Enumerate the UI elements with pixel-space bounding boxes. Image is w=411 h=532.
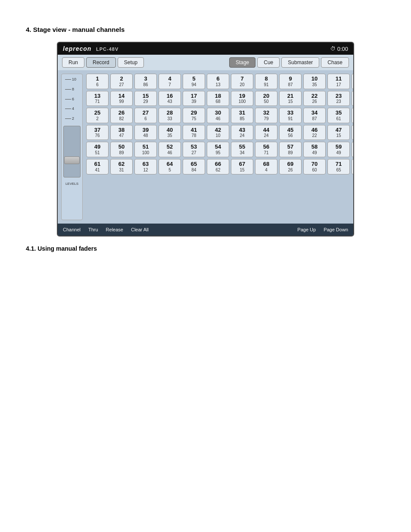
channel-cell-53[interactable]: 5327 [183,142,205,157]
channel-cell-5[interactable]: 594 [183,74,205,89]
channel-cell-14[interactable]: 1499 [110,91,133,106]
channel-cell-31[interactable]: 3185 [231,108,253,123]
channel-cell-60[interactable]: 6040 [352,142,354,157]
channel-cell-44[interactable]: 4424 [255,125,277,140]
channel-cell-18[interactable]: 1868 [207,91,229,106]
channel-number-62: 62 [118,161,125,168]
channel-cell-57[interactable]: 5789 [279,142,302,157]
channel-cell-48[interactable]: 4889 [352,125,354,140]
channel-cell-42[interactable]: 4210 [207,125,229,140]
channel-cell-17[interactable]: 1739 [183,91,205,106]
channel-cell-61[interactable]: 6141 [86,159,109,174]
channel-cell-28[interactable]: 2833 [159,108,181,123]
channel-cell-47[interactable]: 4715 [327,125,350,140]
channel-cell-45[interactable]: 4556 [279,125,302,140]
channel-value-63: 12 [143,168,148,173]
channel-cell-70[interactable]: 7060 [303,159,326,174]
release-button[interactable]: Release [106,227,123,232]
channel-cell-12[interactable]: 1220 [352,74,354,89]
channel-cell-3[interactable]: 386 [134,74,157,89]
channel-cell-59[interactable]: 5949 [327,142,350,157]
channel-cell-66[interactable]: 6662 [207,159,229,174]
channel-cell-43[interactable]: 4324 [231,125,253,140]
channel-cell-7[interactable]: 720 [231,74,253,89]
channel-cell-35[interactable]: 3561 [327,108,350,123]
channel-cell-32[interactable]: 3279 [255,108,277,123]
channel-cell-9[interactable]: 987 [279,74,302,89]
stage-button[interactable]: Stage [229,57,255,68]
fader-thumb[interactable] [64,156,80,164]
channel-cell-21[interactable]: 2115 [279,91,302,106]
channel-cell-69[interactable]: 6926 [279,159,302,174]
channel-number-21: 21 [287,93,293,100]
channel-cell-13[interactable]: 1371 [86,91,109,106]
channel-cell-22[interactable]: 2226 [303,91,326,106]
channel-cell-29[interactable]: 2975 [183,108,205,123]
channel-cell-39[interactable]: 3948 [134,125,157,140]
channel-cell-15[interactable]: 1529 [134,91,157,106]
channel-cell-67[interactable]: 6715 [231,159,253,174]
submaster-button[interactable]: Submaster [281,57,319,68]
channel-value-38: 47 [119,133,124,138]
channel-grid: 1622738647594613720891987103511171220137… [86,74,354,220]
channel-cell-49[interactable]: 4951 [86,142,109,157]
channel-number-1: 1 [96,75,99,82]
channel-cell-64[interactable]: 645 [159,159,181,174]
cue-button[interactable]: Cue [257,57,280,68]
channel-cell-37[interactable]: 3776 [86,125,109,140]
record-button[interactable]: Record [86,57,116,68]
channel-cell-55[interactable]: 5534 [231,142,253,157]
channel-cell-41[interactable]: 4178 [183,125,205,140]
channel-cell-19[interactable]: 19100 [231,91,253,106]
channel-cell-4[interactable]: 47 [159,74,181,89]
channel-cell-8[interactable]: 891 [255,74,277,89]
channel-cell-58[interactable]: 5849 [303,142,326,157]
channel-cell-65[interactable]: 6584 [183,159,205,174]
channel-row-5: 4951508951100524653275495553456715789584… [86,142,354,157]
channel-cell-24[interactable]: 2472 [352,91,354,106]
channel-cell-11[interactable]: 1117 [327,74,350,89]
setup-button[interactable]: Setup [118,57,144,68]
channel-cell-50[interactable]: 5089 [110,142,133,157]
channel-cell-36[interactable]: 3661 [352,108,354,123]
channel-cell-10[interactable]: 1035 [303,74,326,89]
channel-value-10: 35 [312,82,317,87]
run-button[interactable]: Run [62,57,84,68]
channel-cell-56[interactable]: 5671 [255,142,277,157]
channel-number-65: 65 [191,161,197,168]
channel-cell-26[interactable]: 2682 [110,108,133,123]
channel-cell-23[interactable]: 2323 [327,91,350,106]
channel-cell-63[interactable]: 6312 [134,159,157,174]
page-down-button[interactable]: Page Down [324,227,348,232]
clock-icon: ⏱ [330,46,336,52]
channel-cell-71[interactable]: 7165 [327,159,350,174]
channel-cell-33[interactable]: 3391 [279,108,302,123]
thru-button[interactable]: Thru [88,227,98,232]
channel-cell-72[interactable]: 7236 [352,159,354,174]
chase-button[interactable]: Chase [321,57,349,68]
channel-cell-20[interactable]: 2050 [255,91,277,106]
channel-value-53: 27 [191,150,196,156]
channel-cell-62[interactable]: 6231 [110,159,133,174]
channel-cell-52[interactable]: 5246 [159,142,181,157]
channel-cell-30[interactable]: 3046 [207,108,229,123]
channel-cell-6[interactable]: 613 [207,74,229,89]
channel-button[interactable]: Channel [63,227,81,232]
channel-cell-34[interactable]: 3487 [303,108,326,123]
channel-cell-38[interactable]: 3847 [110,125,133,140]
channel-number-64: 64 [167,161,173,168]
channel-cell-68[interactable]: 684 [255,159,277,174]
fader-track[interactable] [63,126,81,177]
channel-cell-46[interactable]: 4622 [303,125,326,140]
clear-all-button[interactable]: Clear All [131,227,149,232]
channel-cell-51[interactable]: 51100 [134,142,157,157]
channel-cell-27[interactable]: 276 [134,108,157,123]
channel-cell-25[interactable]: 252 [86,108,109,123]
page-up-button[interactable]: Page Up [297,227,316,232]
channel-cell-1[interactable]: 16 [86,74,109,89]
channel-cell-16[interactable]: 1643 [159,91,181,106]
channel-cell-40[interactable]: 4035 [159,125,181,140]
channel-value-51: 100 [142,150,149,156]
channel-cell-54[interactable]: 5495 [207,142,229,157]
channel-cell-2[interactable]: 227 [110,74,133,89]
